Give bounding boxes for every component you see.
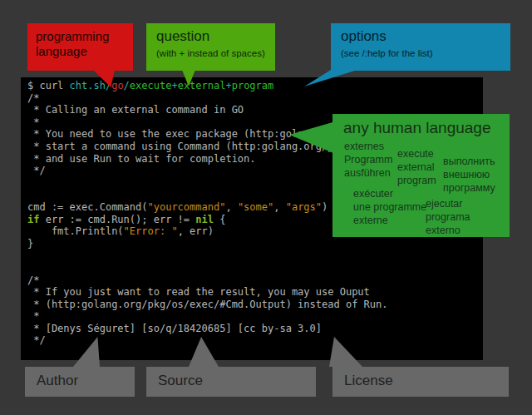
callout-programming-language: programming language — [27, 23, 133, 71]
callout-license: License — [332, 367, 509, 397]
callout-options: options (see /:help for the list) — [331, 23, 510, 71]
callout-question: question (with + instead of spaces) — [146, 23, 275, 71]
callout-any-human-language: any human language externes Programm aus… — [332, 114, 510, 237]
terminal-line: $ curl cht.sh/go/execute+external+progra… — [27, 80, 483, 92]
license-label: License — [332, 367, 509, 389]
callout-question-title: question — [146, 23, 275, 45]
terminal-line — [27, 249, 483, 262]
terminal-line: * — [27, 310, 483, 323]
terminal-line: * [Denys Séguret] [so/q/18420685] [cc by… — [27, 323, 483, 335]
callout-author: Author — [25, 367, 135, 397]
terminal-line: /* — [27, 274, 483, 287]
terminal-line: * If you just want to read the result, y… — [27, 286, 483, 299]
terminal-line: } — [27, 238, 483, 250]
callout-source: Source — [146, 367, 316, 397]
callout-options-title: options — [331, 23, 510, 45]
translation-russian: выполнить внешнюю программу — [443, 155, 495, 195]
terminal-line — [27, 262, 483, 274]
source-label: Source — [146, 367, 316, 389]
callout-programming-language-label: programming language — [27, 23, 133, 59]
callout-options-subtitle: (see /:help for the list) — [331, 45, 510, 58]
callout-question-subtitle: (with + instead of spaces) — [146, 45, 275, 58]
callout-any-human-language-title: any human language — [332, 114, 510, 137]
terminal-line: * (http:golang.org/pkg/os/exec/#Cmd.Outp… — [27, 299, 483, 311]
annotated-cheat-sh-diagram: $ curl cht.sh/go/execute+external+progra… — [0, 0, 532, 415]
author-label: Author — [25, 367, 135, 389]
translation-french: exécuter une programme externe — [353, 187, 426, 227]
translation-german: externes Programm ausführen — [344, 140, 392, 180]
translation-english: execute external program — [397, 147, 436, 187]
translation-spanish: ejecutar programa externo — [426, 197, 470, 237]
terminal-line: /* — [27, 92, 483, 105]
